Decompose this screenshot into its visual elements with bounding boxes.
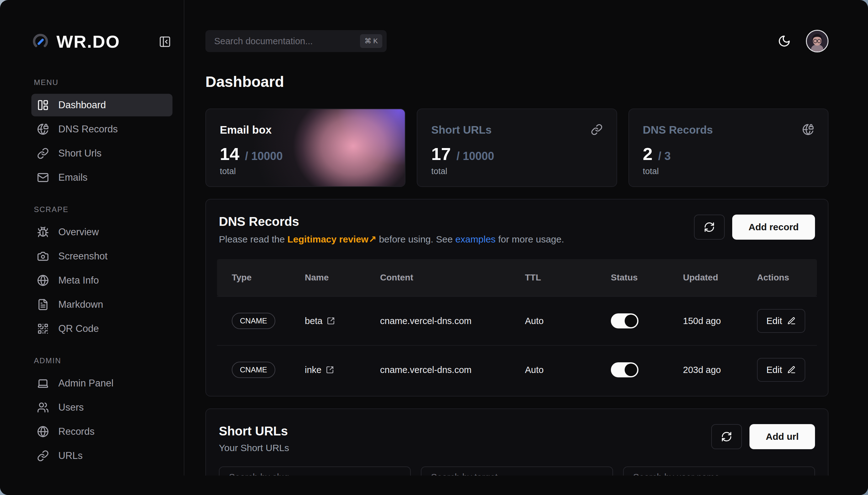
edit-button[interactable]: Edit xyxy=(757,309,805,333)
bottom-clip-mask xyxy=(0,476,868,495)
table-header-row: Type Name Content TTL Status Updated Act… xyxy=(217,259,817,296)
command-k-shortcut-badge: ⌘ K xyxy=(360,34,382,48)
col-header-status: Status xyxy=(611,273,683,283)
record-name-cell: beta xyxy=(305,316,380,326)
sidebar-item-overview[interactable]: Overview xyxy=(31,221,172,243)
stat-limit: / 10000 xyxy=(245,150,282,163)
status-toggle[interactable] xyxy=(611,362,639,377)
section-label: ADMIN xyxy=(34,356,172,365)
stat-value: 2 xyxy=(643,144,653,164)
sidebar-item-short-urls[interactable]: Short Urls xyxy=(31,142,172,165)
add-record-button[interactable]: Add record xyxy=(732,215,815,240)
theme-toggle-button[interactable] xyxy=(778,34,792,48)
sidebar-item-meta-info[interactable]: Meta Info xyxy=(31,269,172,292)
sidebar-item-label: Short Urls xyxy=(58,148,102,159)
record-type-badge: CNAME xyxy=(232,362,275,378)
section-label: MENU xyxy=(34,78,172,87)
arrow-up-right-icon: ↗ xyxy=(368,234,376,244)
stat-card-short-urls: Short URLs 17 / 10000 total xyxy=(417,108,617,187)
pencil-icon xyxy=(787,317,796,325)
sidebar-item-label: Dashboard xyxy=(58,99,106,111)
sidebar-item-label: Admin Panel xyxy=(58,378,114,389)
dns-panel-title: DNS Records xyxy=(219,215,564,229)
external-link-icon[interactable] xyxy=(326,366,334,374)
nav-section-admin: ADMIN Admin Panel Users Records xyxy=(31,356,172,467)
section-label: SCRAPE xyxy=(34,205,172,214)
avatar[interactable] xyxy=(806,30,829,52)
dns-records-table: Type Name Content TTL Status Updated Act… xyxy=(217,259,817,394)
col-header-content: Content xyxy=(380,273,525,283)
status-toggle[interactable] xyxy=(611,313,639,328)
sidebar-item-qr-code[interactable]: QR Code xyxy=(31,318,172,340)
sidebar-item-label: Screenshot xyxy=(58,251,107,262)
sidebar-item-records[interactable]: Records xyxy=(31,420,172,443)
sidebar-collapse-button[interactable] xyxy=(159,35,172,49)
sidebar: WR.DO MENU Dashboard DNS Records xyxy=(0,0,185,495)
link-icon xyxy=(37,450,49,462)
main-content: Search documentation... ⌘ K Dashboard Em… xyxy=(185,0,868,495)
app-window: WR.DO MENU Dashboard DNS Records xyxy=(0,0,868,495)
stat-caption: total xyxy=(220,167,391,176)
toggle-knob xyxy=(625,363,637,376)
link-icon xyxy=(37,148,49,159)
stat-title: Email box xyxy=(220,124,391,136)
short-urls-subtitle: Your Short URLs xyxy=(219,443,289,453)
stat-caption: total xyxy=(431,167,602,176)
toggle-knob xyxy=(625,314,637,327)
qr-code-icon xyxy=(37,323,49,335)
record-updated: 150d ago xyxy=(683,316,757,326)
moon-icon xyxy=(778,34,791,48)
search-input[interactable]: Search documentation... ⌘ K xyxy=(205,30,387,52)
record-content: cname.vercel-dns.com xyxy=(380,316,525,326)
edit-button[interactable]: Edit xyxy=(757,358,805,382)
edit-label: Edit xyxy=(766,316,782,326)
sidebar-item-emails[interactable]: Emails xyxy=(31,166,172,189)
stat-cards: Email box 14 / 10000 total Short URLs 17… xyxy=(205,108,829,187)
record-name: beta xyxy=(305,316,323,326)
refresh-button[interactable] xyxy=(711,424,742,449)
sidebar-item-dashboard[interactable]: Dashboard xyxy=(31,94,172,116)
short-urls-title: Short URLs xyxy=(219,424,289,438)
nav-section-scrape: SCRAPE Overview Screenshot Meta Info xyxy=(31,205,172,340)
nav-section-menu: MENU Dashboard DNS Records Short Urls xyxy=(31,78,172,189)
sidebar-item-admin-panel[interactable]: Admin Panel xyxy=(31,372,172,395)
examples-link[interactable]: examples xyxy=(455,234,496,244)
desc-text: for more usage. xyxy=(496,234,564,244)
page-title: Dashboard xyxy=(205,73,829,90)
record-name-cell: inke xyxy=(305,365,380,375)
col-header-updated: Updated xyxy=(683,273,757,283)
stat-card-email-box: Email box 14 / 10000 total xyxy=(205,108,405,187)
globe-lock-icon xyxy=(37,123,49,135)
stat-limit: / 3 xyxy=(658,150,671,163)
table-row: CNAME inke cname.vercel-dns.com Auto 203… xyxy=(217,345,817,394)
sidebar-item-urls[interactable]: URLs xyxy=(31,444,172,467)
sidebar-item-users[interactable]: Users xyxy=(31,396,172,419)
bug-icon xyxy=(37,226,49,238)
refresh-icon xyxy=(721,431,732,442)
sidebar-item-label: Records xyxy=(58,426,94,437)
sidebar-item-dns-records[interactable]: DNS Records xyxy=(31,118,172,140)
add-url-button[interactable]: Add url xyxy=(749,424,815,449)
sidebar-item-screenshot[interactable]: Screenshot xyxy=(31,245,172,268)
sidebar-item-markdown[interactable]: Markdown xyxy=(31,293,172,316)
col-header-ttl: TTL xyxy=(525,273,611,283)
legitimacy-review-link[interactable]: Legitimacy review↗ xyxy=(287,234,376,244)
sidebar-item-label: Markdown xyxy=(58,299,103,310)
dns-panel-header: DNS Records Please read the Legitimacy r… xyxy=(217,215,817,245)
pencil-icon xyxy=(787,365,796,374)
refresh-button[interactable] xyxy=(694,215,725,240)
topbar: Search documentation... ⌘ K xyxy=(205,30,829,52)
stat-title: Short URLs xyxy=(431,124,602,136)
sidebar-item-label: Meta Info xyxy=(58,275,99,286)
external-link-icon[interactable] xyxy=(327,317,335,325)
dns-records-panel: DNS Records Please read the Legitimacy r… xyxy=(205,199,829,396)
dns-panel-description: Please read the Legitimacy review↗ befor… xyxy=(219,234,564,245)
desc-text: before using. See xyxy=(376,234,455,244)
stat-value: 17 xyxy=(431,144,451,164)
panel-left-close-icon xyxy=(159,35,171,48)
edit-label: Edit xyxy=(766,365,782,375)
users-icon xyxy=(37,402,49,413)
layout-panel-icon xyxy=(37,99,49,111)
col-header-type: Type xyxy=(232,273,305,283)
desc-text: Please read the xyxy=(219,234,287,244)
